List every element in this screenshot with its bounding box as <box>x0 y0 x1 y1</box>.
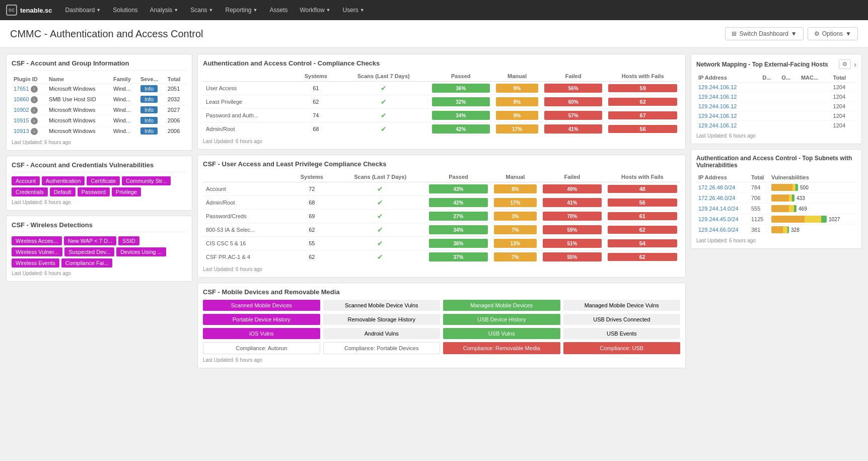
tag-button[interactable]: SSID <box>118 236 139 245</box>
table-row[interactable]: Least Privilege 62 ✔ 32% 8% 60% 62 <box>203 95 680 109</box>
nav-solutions[interactable]: Solutions <box>108 0 142 20</box>
check-icon: ✔ <box>381 111 387 119</box>
page-header: CMMC - Authentication and Access Control… <box>0 20 868 48</box>
nav-assets[interactable]: Assets <box>264 0 293 20</box>
network-expand-button[interactable]: › <box>854 60 856 69</box>
check-icon: ✔ <box>381 125 387 133</box>
tag-button[interactable]: Wireless Acces... <box>12 236 62 245</box>
col-failed: Failed <box>540 172 605 182</box>
nav-scans[interactable]: Scans ▼ <box>185 0 218 20</box>
table-row[interactable]: 129.244.106.12 1204 <box>696 121 856 130</box>
table-row[interactable]: Admin/Root 68 ✔ 42% 17% 41% 56 <box>203 122 680 136</box>
info-icon[interactable]: i <box>31 107 38 114</box>
nav-workflow[interactable]: Workflow ▼ <box>295 0 335 20</box>
network-gear-button[interactable]: ⚙ <box>839 59 851 69</box>
table-row[interactable]: Account 72 ✔ 43% 8% 49% 48 <box>203 182 680 196</box>
brand-logo[interactable]: SC tenable.sc <box>6 5 52 16</box>
table-row[interactable]: 10913 i Microsoft Windows Wind... Info 2… <box>12 126 187 137</box>
mobile-action-button[interactable]: Scanned Mobile Device Vulns <box>323 300 441 311</box>
mobile-action-button[interactable]: iOS Vulns <box>203 328 320 339</box>
mobile-action-button[interactable]: Scanned Mobile Devices <box>203 300 320 311</box>
col-scans: Scans (Last 7 Days) <box>334 172 426 182</box>
tag-button[interactable]: Account <box>12 176 40 185</box>
compliance1-title: Authentication and Access Control - Comp… <box>203 59 680 67</box>
col-manual: Manual <box>493 71 541 82</box>
mobile-action-button[interactable]: Portable Device History <box>203 314 320 325</box>
credentials-updated: Last Updated: 6 hours ago <box>12 200 187 205</box>
options-button[interactable]: ⚙ Options ▼ <box>808 27 858 40</box>
tag-button[interactable]: Default <box>50 187 76 196</box>
tag-button[interactable]: Wireless Vulner... <box>12 247 62 256</box>
mobile-action-button[interactable]: Compliance: Removable Media <box>443 342 560 354</box>
mobile-action-button[interactable]: USB Device History <box>443 314 560 325</box>
mobile-action-button[interactable]: USB Drives Connected <box>563 314 681 325</box>
table-row[interactable]: 129.244.106.12 1204 <box>696 92 856 102</box>
table-row[interactable]: 129.244.45.0/24 1125 1027 <box>696 214 856 225</box>
table-row[interactable]: CIS CSC 5 & 16 55 ✔ 36% 13% 51% 54 <box>203 237 680 250</box>
header-actions: ⊞ Switch Dashboard ▼ ⚙ Options ▼ <box>725 27 858 40</box>
nav-analysis[interactable]: Analysis ▼ <box>145 0 184 20</box>
check-icon: ✔ <box>381 98 387 106</box>
tag-button[interactable]: Suspected Dev... <box>64 247 114 256</box>
chevron-down-icon: ▼ <box>845 30 851 37</box>
table-row[interactable]: 10915 i Microsoft Windows Wind... Info 2… <box>12 116 187 126</box>
network-card: Network Mapping - Top External-Facing Ho… <box>691 54 862 144</box>
mobile-action-button[interactable]: Compliance: Autorun <box>203 342 320 354</box>
switch-dashboard-button[interactable]: ⊞ Switch Dashboard ▼ <box>725 27 803 40</box>
grid-icon: ⊞ <box>732 30 737 37</box>
mobile-grid: Scanned Mobile DevicesScanned Mobile Dev… <box>203 300 680 354</box>
table-row[interactable]: 129.244.106.12 1204 <box>696 102 856 111</box>
tag-button[interactable]: Wireless Events <box>12 258 59 268</box>
tag-button[interactable]: Privilege <box>112 187 141 196</box>
col-systems: Systems <box>289 172 334 182</box>
mobile-action-button[interactable]: USB Vulns <box>443 328 560 339</box>
chevron-down-icon: ▼ <box>253 8 258 13</box>
mobile-action-button[interactable]: Compliance: USB <box>563 342 681 354</box>
table-row[interactable]: Admin/Root 68 ✔ 42% 17% 41% 56 <box>203 196 680 210</box>
mobile-action-button[interactable]: Managed Mobile Devices <box>443 300 560 311</box>
tag-button[interactable]: Community Str... <box>122 176 171 185</box>
table-row[interactable]: Password/Creds 69 ✔ 27% 3% 70% 61 <box>203 210 680 223</box>
table-row[interactable]: Password and Auth... 74 ✔ 34% 9% 57% 67 <box>203 109 680 122</box>
tag-button[interactable]: Compliance Fai... <box>61 258 113 268</box>
mobile-action-button[interactable]: Managed Mobile Device Vulns <box>563 300 681 311</box>
check-icon: ✔ <box>377 212 383 220</box>
table-row[interactable]: 172.26.48.0/24 706 433 <box>696 193 856 204</box>
tag-button[interactable]: Devices Using ... <box>116 247 166 256</box>
nav-users[interactable]: Users ▼ <box>338 0 370 20</box>
table-row[interactable]: 129.244.66.0/24 381 328 <box>696 225 856 235</box>
info-icon[interactable]: i <box>31 86 38 93</box>
credentials-title: CSF - Account and Credentials Vulnerabil… <box>12 161 187 172</box>
info-icon[interactable]: i <box>31 96 38 103</box>
table-row[interactable]: 129.244.14.0/24 555 469 <box>696 204 856 214</box>
col-ip: IP Address <box>696 73 760 83</box>
table-row[interactable]: 800-53 IA & Selec... 62 ✔ 34% 7% 59% 62 <box>203 223 680 237</box>
tag-button[interactable]: Credentials <box>12 187 48 196</box>
tag-button[interactable]: Authentication <box>42 176 85 185</box>
table-row[interactable]: 129.244.106.12 1204 <box>696 111 856 121</box>
nav-reporting[interactable]: Reporting ▼ <box>221 0 263 20</box>
info-icon[interactable]: i <box>31 128 38 135</box>
nav-dashboard[interactable]: Dashboard ▼ <box>60 0 106 20</box>
table-row[interactable]: 17651 i Microsoft Windows Wind... Info 2… <box>12 84 187 95</box>
wireless-title: CSF - Wireless Detections <box>12 221 187 232</box>
mobile-action-button[interactable]: Android Vulns <box>323 328 441 339</box>
mobile-action-button[interactable]: USB Events <box>563 328 681 339</box>
table-row[interactable]: 10860 i SMB Use Host SID Wind... Info 20… <box>12 95 187 105</box>
table-row[interactable]: CSF PR.AC-1 & 4 62 ✔ 37% 7% 55% 62 <box>203 250 680 264</box>
gear-icon: ⚙ <box>814 30 820 37</box>
tag-button[interactable]: Certificate <box>87 176 120 185</box>
table-row[interactable]: User Access 61 ✔ 36% 9% 56% 59 <box>203 82 680 95</box>
mobile-action-button[interactable]: Removable Storage History <box>323 314 441 325</box>
tag-button[interactable]: New WAP < 7 D... <box>64 236 116 245</box>
credentials-tags: AccountAuthenticationCertificateCommunit… <box>12 176 187 196</box>
table-row[interactable]: 129.244.106.12 1204 <box>696 83 856 92</box>
col-name: Name <box>47 75 111 84</box>
info-icon[interactable]: i <box>31 117 38 124</box>
compliance1-updated: Last Updated: 6 hours ago <box>203 139 680 144</box>
table-row[interactable]: 10902 i Microsoft Windows Wind... Info 2… <box>12 105 187 116</box>
account-group-card: CSF - Account and Group Information Plug… <box>6 54 192 151</box>
table-row[interactable]: 172.26.48.0/24 784 500 <box>696 182 856 193</box>
tag-button[interactable]: Password <box>78 187 110 196</box>
mobile-action-button[interactable]: Compliance: Portable Devices <box>323 342 441 354</box>
